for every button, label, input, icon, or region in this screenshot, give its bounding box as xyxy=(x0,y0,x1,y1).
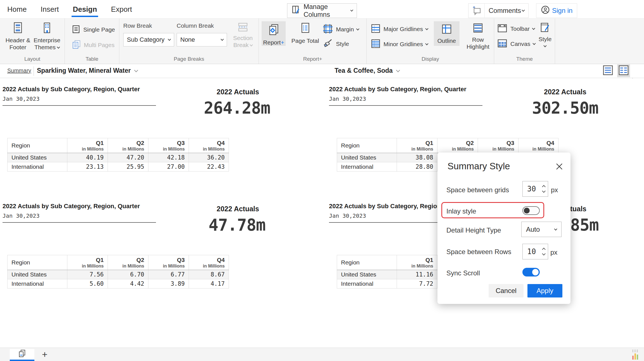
two-column-view-button[interactable] xyxy=(617,64,630,77)
section-break-label: Section Break xyxy=(229,35,257,49)
add-comment-icon xyxy=(468,4,485,18)
chevron-down-icon xyxy=(532,27,535,30)
chevron-down-icon xyxy=(396,68,400,72)
ribbon-group-page-breaks: Row Break Sub Category Column Break None… xyxy=(119,18,259,64)
active-page-tab[interactable] xyxy=(10,349,34,360)
add-page-button[interactable]: + xyxy=(39,348,51,361)
chevron-down-icon xyxy=(250,43,253,46)
space-between-rows-stepper[interactable]: 10 xyxy=(522,244,548,259)
sign-in-button[interactable]: Sign in xyxy=(536,3,577,18)
outline-button[interactable]: Outline xyxy=(434,21,460,46)
page-total-button[interactable]: Page Total xyxy=(290,22,320,44)
stepper-down-icon[interactable] xyxy=(542,252,546,255)
style-label: Style xyxy=(336,41,349,48)
stepper-up-icon[interactable] xyxy=(542,248,546,251)
tab-home[interactable]: Home xyxy=(7,1,27,18)
card4-date: Jan 30,2023 xyxy=(329,212,366,219)
theme-style-label: Style xyxy=(539,36,552,43)
card3-title: 2022 Actuals by Sub Category, Region, Qu… xyxy=(3,203,140,210)
outline-icon xyxy=(441,24,452,36)
left-subcategory-selector[interactable]: Sparkling Water, Mineral Water xyxy=(37,67,138,74)
table-row: International 5.60 4.42 3.89 4.17 xyxy=(8,279,229,289)
col-header-q1: Q1in Millions xyxy=(397,255,437,270)
enterprise-themes-button[interactable]: Enterprise Themes xyxy=(31,22,63,51)
toolbar-theme-button[interactable]: Toolbar xyxy=(497,24,535,34)
header-footer-button[interactable]: Header & Footer xyxy=(4,22,31,51)
paint-brush-icon xyxy=(323,38,333,50)
single-page-button[interactable]: Single Page xyxy=(72,25,115,35)
space-between-grids-stepper[interactable]: 30 xyxy=(522,181,548,197)
group-label-display: Display xyxy=(367,56,494,62)
margin-button[interactable]: Margin xyxy=(323,24,359,35)
toolbar-icon xyxy=(497,24,508,34)
minor-gridlines-icon xyxy=(371,39,381,50)
tab-export[interactable]: Export xyxy=(110,1,132,18)
center-selector-label: Tea & Coffee, Soda xyxy=(335,67,393,74)
multi-pages-button[interactable]: Multi Pages xyxy=(72,40,115,50)
summary-link[interactable]: Summary xyxy=(7,67,31,74)
col-header-q4: Q4in Millions xyxy=(518,138,558,153)
minor-gridlines-label: Minor Gridlines xyxy=(383,41,423,48)
group-label-table: Table xyxy=(65,56,119,62)
toggle-knob xyxy=(524,208,530,214)
space-between-grids-value: 30 xyxy=(523,185,539,193)
row-highlight-button[interactable]: Row Highlight xyxy=(464,22,492,50)
col-header-q1: Q1in Millions xyxy=(67,138,108,153)
manage-columns-icon xyxy=(291,5,301,16)
single-column-view-button[interactable] xyxy=(602,64,614,77)
margin-label: Margin xyxy=(336,26,354,33)
tab-insert[interactable]: Insert xyxy=(40,1,59,18)
section-break-icon xyxy=(237,22,249,33)
report-plus-button[interactable]: Report+ xyxy=(262,21,286,46)
cancel-button[interactable]: Cancel xyxy=(489,284,524,297)
card2-date: Jan 30,2023 xyxy=(329,95,366,102)
chevron-down-icon xyxy=(168,37,171,41)
manage-columns-button[interactable]: Manage Columns xyxy=(287,3,357,18)
tab-design[interactable]: Design xyxy=(72,1,98,18)
card2-title: 2022 Actuals by Sub Category, Region, Qu… xyxy=(329,86,466,93)
cell-value: 7.56 xyxy=(67,270,108,279)
canvas-theme-button[interactable]: Canvas xyxy=(497,39,535,49)
stepper-down-icon[interactable] xyxy=(542,189,546,193)
col-header-q4: Q4in Millions xyxy=(189,255,229,270)
cell-value: 22.43 xyxy=(189,162,229,172)
building-icon xyxy=(41,22,53,35)
table-header-row: Region Q1in Millions Q2in Millions Q3in … xyxy=(337,138,558,153)
sync-scroll-label: Sync Scroll xyxy=(446,269,480,277)
card3-kpi-value: 47.78m xyxy=(181,215,293,235)
summary-table-1: Region Q1in Millions Q2in Millions Q3in … xyxy=(7,138,229,172)
minor-gridlines-button[interactable]: Minor Gridlines xyxy=(371,39,428,50)
mini-chart-logo-icon xyxy=(632,349,640,361)
column-break-label: Column Break xyxy=(177,22,214,29)
cell-value: 7.72 xyxy=(397,279,437,289)
cell-value: 6.70 xyxy=(108,270,148,279)
inlay-style-toggle[interactable] xyxy=(522,206,540,215)
margin-icon xyxy=(323,24,333,35)
chevron-down-icon xyxy=(221,37,224,41)
header-footer-label: Header & Footer xyxy=(4,37,31,51)
style-button[interactable]: Style xyxy=(323,38,349,50)
group-label-layout: Layout xyxy=(0,56,65,62)
major-gridlines-button[interactable]: Major Gridlines xyxy=(371,24,428,35)
column-break-select[interactable]: None xyxy=(177,33,227,46)
enterprise-themes-label: Enterprise Themes xyxy=(31,37,63,51)
section-break-button[interactable]: Section Break xyxy=(229,22,257,49)
detail-height-type-select[interactable]: Auto xyxy=(521,222,562,237)
apply-button[interactable]: Apply xyxy=(527,284,562,297)
center-subcategory-selector[interactable]: Tea & Coffee, Soda xyxy=(335,67,399,74)
cell-value: 27.00 xyxy=(148,162,189,172)
close-icon[interactable] xyxy=(555,163,563,170)
comments-button[interactable]: Comments xyxy=(468,3,529,18)
stepper-up-icon[interactable] xyxy=(542,185,546,189)
sync-scroll-toggle[interactable] xyxy=(522,268,540,276)
cell-value: 11.16 xyxy=(397,270,437,279)
page-total-label: Page Total xyxy=(292,37,319,44)
cell-value: 6.77 xyxy=(148,270,189,279)
comments-label: Comments xyxy=(489,7,521,15)
group-label-theme: Theme xyxy=(494,56,555,62)
col-header-q4: Q4in Millions xyxy=(189,138,229,153)
theme-style-button[interactable]: Style xyxy=(536,22,554,48)
ribbon-group-table: Single Page Multi Pages Table xyxy=(65,18,119,64)
outline-label: Outline xyxy=(437,37,456,44)
row-break-select[interactable]: Sub Category xyxy=(123,33,174,46)
